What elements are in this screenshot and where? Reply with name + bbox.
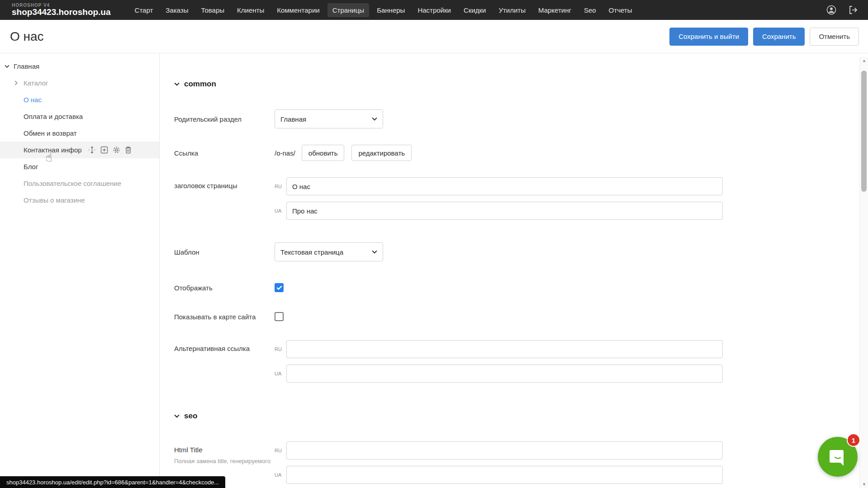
html-title-hint: Полная замена title, генерируемого <box>174 458 275 464</box>
logo-domain: shop34423.horoshop.ua <box>12 8 111 17</box>
template-label: Шаблон <box>174 248 275 256</box>
tree-item-label: Главная <box>14 62 39 70</box>
alt-link-ru-input[interactable] <box>286 340 723 358</box>
scrollbar-thumb[interactable] <box>861 71 867 192</box>
parent-section-row: Родительский раздел Главная <box>174 109 868 128</box>
chat-widget-button[interactable]: 1 <box>818 437 858 477</box>
tree-item-label: Отзывы о магазине <box>24 196 85 204</box>
settings-icon[interactable] <box>113 146 120 154</box>
template-select[interactable]: Текстовая страница <box>275 242 383 261</box>
chevron-down-icon <box>372 250 377 254</box>
display-label: Отображать <box>174 284 275 292</box>
ua-badge: UA <box>275 472 286 478</box>
ua-badge: UA <box>275 208 286 213</box>
section-title-label: seo <box>184 412 197 421</box>
nav-item-banners[interactable]: Баннеры <box>372 3 410 17</box>
chat-unread-badge: 1 <box>847 433 860 447</box>
nav-item-orders[interactable]: Заказы <box>161 3 193 17</box>
link-label: Ссылка <box>174 149 275 157</box>
section-header-common[interactable]: common <box>174 80 868 89</box>
parent-section-select[interactable]: Главная <box>275 109 383 128</box>
sitemap-checkbox[interactable] <box>275 312 284 321</box>
logout-icon[interactable] <box>848 5 858 15</box>
tree-item-otzyvy-o-magazine[interactable]: Отзывы о магазине <box>0 192 159 208</box>
cancel-button[interactable]: Отменить <box>810 28 859 46</box>
link-path: /o-nas/ <box>275 149 295 157</box>
logo[interactable]: HOROSHOP V4 shop34423.horoshop.ua <box>12 3 111 17</box>
page-edit-form: common Родительский раздел Главная Ссылк… <box>160 53 868 488</box>
sitemap-label: Показывать в карте сайта <box>174 313 275 321</box>
chevron-right-icon[interactable] <box>14 81 20 85</box>
page-title-ua-input[interactable] <box>286 202 723 220</box>
nav-item-utilities[interactable]: Утилиты <box>493 3 531 17</box>
section-header-seo[interactable]: seo <box>174 412 868 421</box>
page-title-row: заголовок страницы RU UA <box>174 177 868 220</box>
nav-item-products[interactable]: Товары <box>196 3 229 17</box>
chevron-down-icon[interactable] <box>5 65 10 68</box>
tree-item-oplata-i-dostavka[interactable]: Оплата и доставка <box>0 108 159 125</box>
tree-item-o-nas[interactable]: О нас <box>0 91 159 108</box>
nav-item-settings[interactable]: Настройки <box>413 3 456 17</box>
chevron-down-icon <box>174 82 180 86</box>
link-row: Ссылка /o-nas/ обновить редактировать <box>174 145 868 161</box>
link-update-button[interactable]: обновить <box>302 145 345 161</box>
save-and-exit-button[interactable]: Сохранить и выйти <box>669 28 748 46</box>
status-url: shop34423.horoshop.ua/edit/edit.php?id=6… <box>6 479 219 486</box>
tree-item-label: Контактная инфор <box>24 146 82 154</box>
html-title-row: Html Title Полная замена title, генериру… <box>174 441 868 484</box>
page-title: О нас <box>10 29 44 44</box>
tree-item-katalog[interactable]: Каталог <box>0 75 159 91</box>
ru-badge: RU <box>275 184 286 189</box>
move-icon[interactable] <box>88 146 96 154</box>
pages-tree-sidebar: Главная Каталог О нас Оплата и доставка … <box>0 53 160 488</box>
html-title-label-block: Html Title Полная замена title, генериру… <box>174 441 275 464</box>
page-title-ru-input[interactable] <box>286 177 723 195</box>
nav-item-seo[interactable]: Seo <box>579 3 601 17</box>
tree-item-obmen-i-vozvrat[interactable]: Обмен и возврат <box>0 125 159 142</box>
selected-value: Главная <box>280 115 306 123</box>
nav-item-clients[interactable]: Клиенты <box>232 3 269 17</box>
sitemap-row: Показывать в карте сайта <box>174 312 868 321</box>
main-nav: Старт Заказы Товары Клиенты Комментарии … <box>130 3 637 17</box>
tree-item-label: Каталог <box>24 79 48 87</box>
save-button[interactable]: Сохранить <box>753 28 805 46</box>
tree-item-label: Оплата и доставка <box>24 113 83 120</box>
nav-item-reports[interactable]: Отчеты <box>604 3 637 17</box>
alt-link-label: Альтернативная ссылка <box>174 340 275 352</box>
html-title-ua-input[interactable] <box>286 466 723 484</box>
tree-item-blog[interactable]: Блог <box>0 158 159 175</box>
page-header: О нас Сохранить и выйти Сохранить Отмени… <box>0 20 868 53</box>
ua-badge: UA <box>275 371 286 376</box>
html-title-label: Html Title <box>174 446 275 454</box>
ru-badge: RU <box>275 448 286 453</box>
display-checkbox[interactable] <box>275 283 284 292</box>
parent-section-label: Родительский раздел <box>174 115 275 123</box>
display-row: Отображать <box>174 283 868 292</box>
tree-item-label: Пользовательское соглашение <box>24 180 121 187</box>
scroll-down-arrow-icon[interactable]: ▼ <box>860 481 868 488</box>
nav-item-comments[interactable]: Комментарии <box>272 3 324 17</box>
add-icon[interactable] <box>100 146 108 154</box>
section-title-label: common <box>184 80 216 89</box>
ru-badge: RU <box>275 346 286 352</box>
alt-link-ua-input[interactable] <box>286 365 723 383</box>
html-title-ru-input[interactable] <box>286 441 723 460</box>
tree-item-glavnaya[interactable]: Главная <box>0 58 159 75</box>
tree-item-label: О нас <box>24 96 42 104</box>
tree-item-kontaktnaya-infor[interactable]: Контактная инфор ☝ <box>0 142 159 158</box>
alt-link-row: Альтернативная ссылка RU UA <box>174 340 868 383</box>
tree-item-polzovatelskoe-soglashenie[interactable]: Пользовательское соглашение <box>0 175 159 192</box>
nav-item-discounts[interactable]: Скидки <box>459 3 491 17</box>
nav-item-marketing[interactable]: Маркетинг <box>533 3 576 17</box>
nav-item-start[interactable]: Старт <box>130 3 158 17</box>
selected-value: Текстовая страница <box>280 248 343 256</box>
delete-icon[interactable] <box>125 146 132 154</box>
user-account-icon[interactable] <box>826 5 836 15</box>
nav-item-pages[interactable]: Страницы <box>327 3 369 17</box>
link-edit-button[interactable]: редактировать <box>351 145 412 161</box>
page-title-label: заголовок страницы <box>174 177 275 190</box>
chevron-down-icon <box>174 414 180 418</box>
vertical-scrollbar[interactable]: ▲ ▼ <box>859 57 868 488</box>
chat-bubble-icon <box>828 447 848 467</box>
scroll-up-arrow-icon[interactable]: ▲ <box>860 57 868 64</box>
